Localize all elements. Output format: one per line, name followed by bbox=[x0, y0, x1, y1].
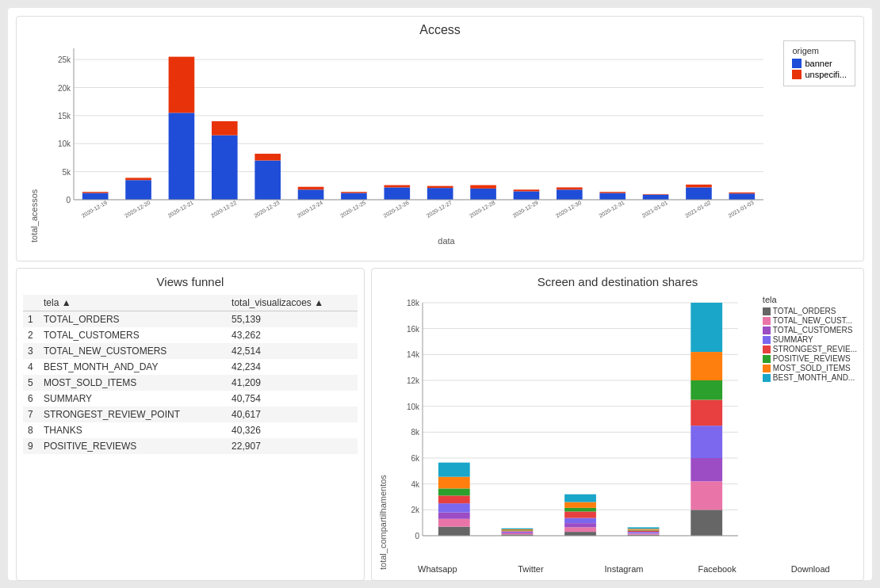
row-tela: TOTAL_NEW_CUSTOMERS bbox=[39, 343, 227, 359]
svg-rect-16 bbox=[125, 178, 151, 180]
row-num: 8 bbox=[23, 422, 39, 438]
svg-rect-103 bbox=[564, 508, 596, 512]
svg-text:2020-12-21: 2020-12-21 bbox=[166, 200, 194, 219]
svg-rect-116 bbox=[691, 458, 722, 481]
legend-color bbox=[763, 307, 771, 315]
svg-rect-57 bbox=[729, 193, 756, 200]
table-row: 1 TOTAL_ORDERS 55,139 bbox=[23, 311, 358, 328]
table-row: 2 TOTAL_CUSTOMERS 43,262 bbox=[23, 327, 358, 343]
legend-color-banner bbox=[792, 59, 802, 68]
svg-rect-118 bbox=[691, 400, 722, 426]
svg-text:14k: 14k bbox=[407, 350, 420, 359]
access-svg: 05k10k15k20k25k2020-12-192020-12-202020-… bbox=[42, 40, 851, 235]
svg-rect-49 bbox=[599, 192, 626, 193]
legend-label: STRONGEST_REVIE... bbox=[773, 345, 857, 353]
sort-icon: ▲ bbox=[62, 297, 71, 308]
svg-text:4k: 4k bbox=[411, 480, 420, 489]
access-bar-container: 05k10k15k20k25k2020-12-192020-12-202020-… bbox=[42, 40, 851, 235]
funnel-table: tela ▲ total_visualizacoes ▲ 1 TOTAL_ORD… bbox=[23, 295, 358, 454]
legend-title: origem bbox=[792, 46, 847, 55]
sort-icon2: ▲ bbox=[314, 297, 323, 308]
svg-rect-58 bbox=[729, 193, 756, 193]
svg-rect-85 bbox=[438, 503, 470, 512]
svg-rect-30 bbox=[341, 193, 367, 200]
svg-rect-109 bbox=[628, 532, 660, 533]
row-value: 41,209 bbox=[227, 375, 358, 391]
row-tela: BEST_MONTH_AND_DAY bbox=[39, 359, 227, 375]
table-row: 4 BEST_MONTH_AND_DAY 42,234 bbox=[23, 359, 358, 375]
shares-y-label: total_compartilhamentos bbox=[378, 295, 388, 570]
x-axis-label-access: data bbox=[42, 236, 851, 246]
svg-rect-107 bbox=[628, 534, 660, 535]
svg-rect-96 bbox=[502, 529, 534, 530]
svg-rect-28 bbox=[298, 187, 324, 190]
row-tela: POSITIVE_REVIEWS bbox=[39, 438, 227, 454]
svg-text:16k: 16k bbox=[407, 325, 420, 334]
legend-label: TOTAL_CUSTOMERS bbox=[773, 326, 853, 334]
svg-text:2020-12-26: 2020-12-26 bbox=[382, 200, 410, 219]
table-row: 3 TOTAL_NEW_CUSTOMERS 42,514 bbox=[23, 343, 358, 359]
svg-rect-83 bbox=[438, 519, 470, 527]
legend-label: POSITIVE_REVIEWS bbox=[773, 354, 851, 363]
svg-rect-104 bbox=[564, 502, 596, 508]
row-value: 40,617 bbox=[227, 407, 358, 422]
svg-text:2021-01-03: 2021-01-03 bbox=[727, 200, 755, 219]
svg-text:2020-12-27: 2020-12-27 bbox=[426, 200, 453, 219]
svg-rect-18 bbox=[169, 113, 195, 200]
svg-rect-112 bbox=[628, 529, 660, 529]
svg-rect-87 bbox=[438, 488, 470, 495]
legend-color bbox=[763, 326, 771, 334]
svg-rect-115 bbox=[691, 481, 722, 510]
access-chart-panel: Access total_acessos 05k10k15k20k25k2020… bbox=[16, 16, 864, 262]
svg-text:0: 0 bbox=[66, 196, 71, 204]
svg-rect-13 bbox=[82, 192, 109, 193]
table-row: 6 SUMMARY 40,754 bbox=[23, 391, 358, 407]
svg-rect-102 bbox=[564, 511, 596, 517]
svg-rect-92 bbox=[502, 533, 534, 533]
legend-item: SUMMARY bbox=[763, 335, 857, 344]
svg-text:25k: 25k bbox=[58, 55, 71, 64]
legend-item-unspecified: unspecifi... bbox=[792, 70, 847, 79]
access-chart-inner: 05k10k15k20k25k2020-12-192020-12-202020-… bbox=[42, 40, 851, 242]
svg-rect-98 bbox=[564, 532, 596, 536]
svg-rect-22 bbox=[212, 121, 238, 136]
svg-rect-24 bbox=[254, 160, 281, 200]
svg-text:8k: 8k bbox=[411, 428, 420, 437]
access-chart-title: Access bbox=[29, 23, 851, 37]
x-label: Facebook bbox=[671, 564, 764, 574]
shares-x-labels: WhatsappTwitterInstagramFacebookDownload bbox=[391, 563, 857, 574]
svg-rect-46 bbox=[557, 187, 583, 189]
svg-rect-34 bbox=[385, 185, 411, 188]
svg-rect-43 bbox=[514, 189, 540, 191]
col-tela-header[interactable]: tela ▲ bbox=[39, 295, 227, 311]
row-num: 9 bbox=[23, 438, 39, 454]
svg-rect-89 bbox=[438, 463, 470, 477]
legend-label: MOST_SOLD_ITEMS bbox=[773, 364, 851, 372]
x-label: Whatsapp bbox=[391, 564, 484, 574]
svg-rect-27 bbox=[298, 189, 324, 200]
svg-rect-100 bbox=[564, 523, 596, 527]
svg-text:2020-12-25: 2020-12-25 bbox=[339, 200, 367, 219]
col-views-label: total_visualizacoes bbox=[231, 297, 312, 308]
access-legend: origem banner unspecifi... bbox=[783, 40, 855, 86]
table-row: 9 POSITIVE_REVIEWS 22,907 bbox=[23, 438, 358, 454]
legend-color-unspecified bbox=[792, 70, 802, 79]
row-tela: THANKS bbox=[39, 422, 227, 438]
svg-rect-91 bbox=[502, 533, 534, 534]
legend-label: BEST_MONTH_AND... bbox=[773, 373, 855, 382]
row-num: 3 bbox=[23, 343, 39, 359]
svg-rect-39 bbox=[470, 189, 496, 200]
shares-bar-area: 02k4k6k8k10k12k14k16k18k tela TOTAL_ORDE… bbox=[391, 295, 857, 563]
row-tela: MOST_SOLD_ITEMS bbox=[39, 375, 227, 391]
col-views-header[interactable]: total_visualizacoes ▲ bbox=[227, 295, 358, 311]
row-num: 5 bbox=[23, 375, 39, 391]
svg-text:2020-12-30: 2020-12-30 bbox=[555, 200, 583, 219]
svg-rect-99 bbox=[564, 527, 596, 532]
svg-text:2020-12-24: 2020-12-24 bbox=[297, 200, 324, 219]
svg-rect-86 bbox=[438, 495, 470, 503]
svg-text:5k: 5k bbox=[62, 168, 71, 177]
svg-rect-19 bbox=[169, 57, 195, 113]
views-funnel-panel: Views funnel tela ▲ total_visualizacoes … bbox=[16, 268, 365, 581]
svg-rect-88 bbox=[438, 477, 470, 489]
svg-text:2020-12-29: 2020-12-29 bbox=[511, 200, 539, 219]
